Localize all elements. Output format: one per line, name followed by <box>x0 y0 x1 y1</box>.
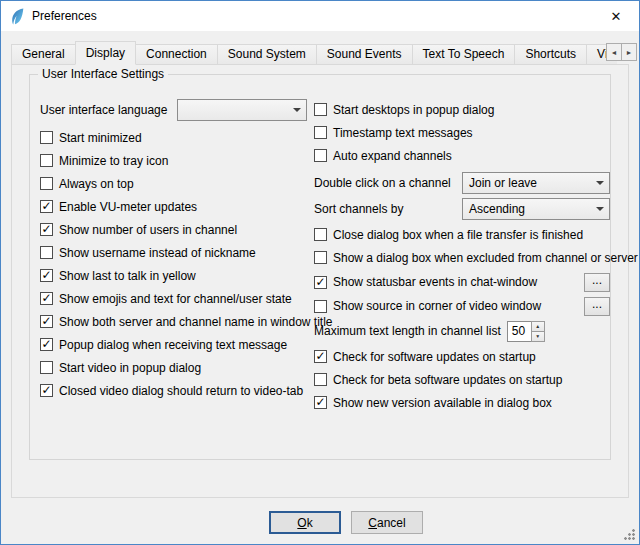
row-timestamp-messages[interactable]: Timestamp text messages <box>314 124 610 141</box>
language-label: User interface language <box>40 103 177 117</box>
checkbox-label: Show new version available in dialog box <box>333 396 552 410</box>
row-closed-video-return[interactable]: ✓ Closed video dialog should return to v… <box>40 382 308 399</box>
checkbox-label: Popup dialog when receiving text message <box>59 338 287 352</box>
row-popup-text-message[interactable]: ✓ Popup dialog when receiving text messa… <box>40 336 308 353</box>
checkbox-label: Auto expand channels <box>333 149 452 163</box>
row-minimize-to-tray[interactable]: Minimize to tray icon <box>40 152 308 169</box>
right-column: Start desktops in popup dialog Timestamp… <box>314 101 610 417</box>
chevron-down-icon <box>596 181 604 185</box>
tab-scroll-left-icon[interactable]: ◄ <box>606 43 622 61</box>
video-popup-checkbox[interactable] <box>40 361 53 374</box>
checkbox-label: Start video in popup dialog <box>59 361 201 375</box>
timestamp-messages-checkbox[interactable] <box>314 126 327 139</box>
show-emojis-checkbox[interactable]: ✓ <box>40 292 53 305</box>
sort-channels-value: Ascending <box>469 202 525 216</box>
close-on-transfer-checkbox[interactable] <box>314 228 327 241</box>
groupbox-title: User Interface Settings <box>38 67 168 81</box>
checkbox-label: Show a dialog box when excluded from cha… <box>333 251 638 265</box>
video-source-corner-checkbox[interactable] <box>314 300 327 313</box>
checkbox-label: Check for software updates on startup <box>333 350 536 364</box>
row-max-text-length: Maximum text length in channel list 50 ▲… <box>314 320 610 342</box>
checkbox-label: Show number of users in channel <box>59 223 237 237</box>
row-start-minimized[interactable]: Start minimized <box>40 129 308 146</box>
auto-expand-checkbox[interactable] <box>314 149 327 162</box>
row-new-version-dialog[interactable]: ✓ Show new version available in dialog b… <box>314 394 610 411</box>
row-auto-expand[interactable]: Auto expand channels <box>314 147 610 164</box>
spin-buttons: ▲ ▼ <box>531 321 545 342</box>
sort-channels-label: Sort channels by <box>314 202 403 216</box>
checkbox-label: Show both server and channel name in win… <box>59 315 333 329</box>
cancel-button[interactable]: Cancel <box>351 511 423 534</box>
row-excluded-dialog[interactable]: Show a dialog box when excluded from cha… <box>314 249 610 266</box>
show-username-checkbox[interactable] <box>40 246 53 259</box>
cancel-accelerator: C <box>368 516 377 530</box>
row-close-on-transfer[interactable]: Close dialog box when a file transfer is… <box>314 226 610 243</box>
row-check-beta-updates[interactable]: Check for beta software updates on start… <box>314 371 610 388</box>
max-text-length-input[interactable]: 50 <box>507 321 531 342</box>
row-always-on-top[interactable]: Always on top <box>40 175 308 192</box>
tab-display[interactable]: Display <box>75 41 136 65</box>
popup-text-message-checkbox[interactable]: ✓ <box>40 338 53 351</box>
tab-text-to-speech[interactable]: Text To Speech <box>412 44 516 65</box>
tab-scroll-right-icon[interactable]: ► <box>621 43 637 61</box>
titlebar[interactable]: Preferences ✕ <box>1 1 639 31</box>
checkbox-label: Minimize to tray icon <box>59 154 168 168</box>
checkbox-label: Closed video dialog should return to vid… <box>59 384 303 398</box>
row-video-source-corner[interactable]: Show source in corner of video window ..… <box>314 296 610 316</box>
row-show-username[interactable]: Show username instead of nickname <box>40 244 308 261</box>
tab-shortcuts[interactable]: Shortcuts <box>514 44 587 65</box>
row-video-popup[interactable]: Start video in popup dialog <box>40 359 308 376</box>
language-select[interactable] <box>177 99 307 121</box>
tab-scroller: ◄ ► <box>607 43 637 61</box>
max-text-length-label: Maximum text length in channel list <box>314 324 501 338</box>
tab-sound-events[interactable]: Sound Events <box>316 44 413 65</box>
statusbar-events-config-button[interactable]: ... <box>584 273 610 292</box>
row-show-user-count[interactable]: ✓ Show number of users in channel <box>40 221 308 238</box>
closed-video-return-checkbox[interactable]: ✓ <box>40 384 53 397</box>
checkbox-label: Always on top <box>59 177 134 191</box>
row-show-emojis[interactable]: ✓ Show emojis and text for channel/user … <box>40 290 308 307</box>
tab-connection[interactable]: Connection <box>135 44 218 65</box>
row-language: User interface language <box>40 99 308 121</box>
window-title: Preferences <box>32 9 97 23</box>
show-user-count-checkbox[interactable]: ✓ <box>40 223 53 236</box>
statusbar-events-checkbox[interactable]: ✓ <box>314 276 327 289</box>
tab-sound-system[interactable]: Sound System <box>217 44 317 65</box>
start-minimized-checkbox[interactable] <box>40 131 53 144</box>
video-source-config-button[interactable]: ... <box>584 297 610 316</box>
row-statusbar-events[interactable]: ✓ Show statusbar events in chat-window .… <box>314 272 610 292</box>
spin-down-icon[interactable]: ▼ <box>531 332 545 342</box>
checkbox-label: Show emojis and text for channel/user st… <box>59 292 292 306</box>
sort-channels-select[interactable]: Ascending <box>462 198 610 220</box>
resize-grip[interactable] <box>623 528 636 541</box>
tab-bar: General Display Connection Sound System … <box>11 41 617 65</box>
double-click-value: Join or leave <box>469 176 537 190</box>
checkbox-label: Timestamp text messages <box>333 126 473 140</box>
close-button[interactable]: ✕ <box>593 1 639 31</box>
row-last-to-talk[interactable]: ✓ Show last to talk in yellow <box>40 267 308 284</box>
double-click-select[interactable]: Join or leave <box>462 172 610 194</box>
minimize-to-tray-checkbox[interactable] <box>40 154 53 167</box>
row-server-channel-title[interactable]: ✓ Show both server and channel name in w… <box>40 313 308 330</box>
ok-button[interactable]: Ok <box>269 511 341 534</box>
row-check-updates[interactable]: ✓ Check for software updates on startup <box>314 348 610 365</box>
server-channel-title-checkbox[interactable]: ✓ <box>40 315 53 328</box>
vu-meter-checkbox[interactable]: ✓ <box>40 200 53 213</box>
check-updates-checkbox[interactable]: ✓ <box>314 350 327 363</box>
tab-general[interactable]: General <box>11 44 76 65</box>
max-text-length-spinner: 50 ▲ ▼ <box>507 321 545 342</box>
row-desktops-popup[interactable]: Start desktops in popup dialog <box>314 101 610 118</box>
left-column: User interface language Start minimized … <box>40 99 308 405</box>
checkbox-label: Show statusbar events in chat-window <box>333 275 537 289</box>
excluded-dialog-checkbox[interactable] <box>314 251 327 264</box>
last-to-talk-checkbox[interactable]: ✓ <box>40 269 53 282</box>
spin-up-icon[interactable]: ▲ <box>531 321 545 332</box>
check-beta-updates-checkbox[interactable] <box>314 373 327 386</box>
chevron-down-icon <box>293 108 301 112</box>
desktops-popup-checkbox[interactable] <box>314 103 327 116</box>
ok-label-rest: k <box>307 516 313 530</box>
always-on-top-checkbox[interactable] <box>40 177 53 190</box>
checkbox-label: Close dialog box when a file transfer is… <box>333 228 583 242</box>
new-version-dialog-checkbox[interactable]: ✓ <box>314 396 327 409</box>
row-vu-meter[interactable]: ✓ Enable VU-meter updates <box>40 198 308 215</box>
